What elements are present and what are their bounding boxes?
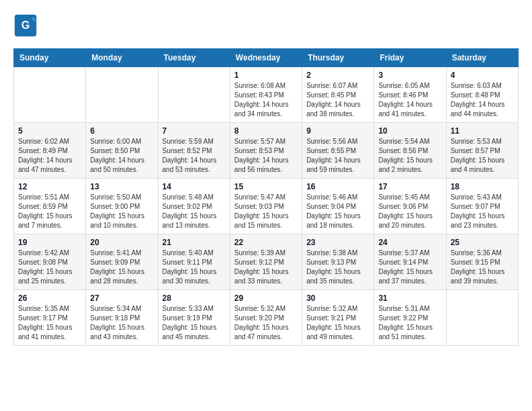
day-number: 17 bbox=[378, 182, 441, 191]
calendar-cell: 14Sunrise: 5:48 AM Sunset: 9:02 PM Dayli… bbox=[158, 179, 230, 234]
weekday-header-monday: Monday bbox=[86, 49, 158, 67]
day-info: Sunrise: 5:36 AM Sunset: 9:15 PM Dayligh… bbox=[451, 248, 514, 286]
day-number: 3 bbox=[378, 71, 441, 80]
calendar-cell: 16Sunrise: 5:46 AM Sunset: 9:04 PM Dayli… bbox=[302, 179, 374, 234]
weekday-header-saturday: Saturday bbox=[446, 49, 518, 67]
calendar-table: SundayMondayTuesdayWednesdayThursdayFrid… bbox=[13, 48, 519, 346]
day-info: Sunrise: 5:32 AM Sunset: 9:21 PM Dayligh… bbox=[306, 304, 369, 342]
weekday-header-thursday: Thursday bbox=[302, 49, 374, 67]
calendar-cell: 28Sunrise: 5:33 AM Sunset: 9:19 PM Dayli… bbox=[158, 290, 230, 346]
day-info: Sunrise: 5:34 AM Sunset: 9:18 PM Dayligh… bbox=[90, 304, 153, 342]
day-number: 15 bbox=[234, 182, 298, 191]
svg-text:G: G bbox=[21, 19, 30, 31]
calendar-cell bbox=[86, 67, 158, 123]
day-number: 9 bbox=[306, 126, 369, 136]
calendar-cell: 27Sunrise: 5:34 AM Sunset: 9:18 PM Dayli… bbox=[86, 290, 158, 346]
calendar-cell: 17Sunrise: 5:45 AM Sunset: 9:06 PM Dayli… bbox=[374, 179, 446, 234]
calendar-cell: 24Sunrise: 5:37 AM Sunset: 9:14 PM Dayli… bbox=[374, 234, 446, 290]
calendar-cell: 30Sunrise: 5:32 AM Sunset: 9:21 PM Dayli… bbox=[302, 290, 374, 346]
day-info: Sunrise: 6:07 AM Sunset: 8:45 PM Dayligh… bbox=[306, 81, 369, 119]
day-number: 24 bbox=[378, 238, 441, 247]
calendar-cell: 29Sunrise: 5:32 AM Sunset: 9:20 PM Dayli… bbox=[230, 290, 302, 346]
day-number: 4 bbox=[451, 71, 514, 80]
day-info: Sunrise: 5:56 AM Sunset: 8:55 PM Dayligh… bbox=[306, 137, 369, 175]
day-number: 2 bbox=[306, 71, 369, 80]
day-info: Sunrise: 5:53 AM Sunset: 8:57 PM Dayligh… bbox=[451, 137, 514, 175]
calendar-cell: 2Sunrise: 6:07 AM Sunset: 8:45 PM Daylig… bbox=[302, 67, 374, 123]
day-info: Sunrise: 5:37 AM Sunset: 9:14 PM Dayligh… bbox=[378, 248, 441, 286]
weekday-header-friday: Friday bbox=[374, 49, 446, 67]
calendar-cell: 15Sunrise: 5:47 AM Sunset: 9:03 PM Dayli… bbox=[230, 179, 302, 234]
day-number: 26 bbox=[18, 293, 81, 303]
calendar-cell: 11Sunrise: 5:53 AM Sunset: 8:57 PM Dayli… bbox=[446, 123, 518, 179]
day-number: 21 bbox=[163, 238, 226, 247]
logo-icon: G bbox=[13, 13, 38, 38]
calendar-cell: 31Sunrise: 5:31 AM Sunset: 9:22 PM Dayli… bbox=[374, 290, 446, 346]
calendar-cell: 20Sunrise: 5:41 AM Sunset: 9:09 PM Dayli… bbox=[86, 234, 158, 290]
calendar-cell: 21Sunrise: 5:40 AM Sunset: 9:11 PM Dayli… bbox=[158, 234, 230, 290]
calendar-cell: 25Sunrise: 5:36 AM Sunset: 9:15 PM Dayli… bbox=[446, 234, 518, 290]
calendar-cell: 8Sunrise: 5:57 AM Sunset: 8:53 PM Daylig… bbox=[230, 123, 302, 179]
calendar-week-2: 5Sunrise: 6:02 AM Sunset: 8:49 PM Daylig… bbox=[14, 123, 519, 179]
day-info: Sunrise: 6:02 AM Sunset: 8:49 PM Dayligh… bbox=[18, 137, 81, 175]
day-number: 7 bbox=[163, 126, 226, 136]
day-number: 8 bbox=[234, 126, 298, 136]
day-number: 20 bbox=[90, 238, 153, 247]
day-number: 19 bbox=[18, 238, 81, 247]
day-info: Sunrise: 5:59 AM Sunset: 8:52 PM Dayligh… bbox=[163, 137, 226, 175]
calendar-cell: 22Sunrise: 5:39 AM Sunset: 9:12 PM Dayli… bbox=[230, 234, 302, 290]
calendar-cell: 18Sunrise: 5:43 AM Sunset: 9:07 PM Dayli… bbox=[446, 179, 518, 234]
day-number: 12 bbox=[18, 182, 81, 191]
calendar-cell: 5Sunrise: 6:02 AM Sunset: 8:49 PM Daylig… bbox=[14, 123, 86, 179]
day-number: 5 bbox=[18, 126, 81, 136]
day-info: Sunrise: 5:43 AM Sunset: 9:07 PM Dayligh… bbox=[451, 193, 514, 230]
day-info: Sunrise: 6:00 AM Sunset: 8:50 PM Dayligh… bbox=[90, 137, 153, 175]
day-number: 27 bbox=[90, 293, 153, 303]
calendar-cell: 4Sunrise: 6:03 AM Sunset: 8:48 PM Daylig… bbox=[446, 67, 518, 123]
calendar-week-3: 12Sunrise: 5:51 AM Sunset: 8:59 PM Dayli… bbox=[14, 179, 519, 234]
day-info: Sunrise: 5:31 AM Sunset: 9:22 PM Dayligh… bbox=[378, 304, 441, 342]
day-number: 6 bbox=[90, 126, 153, 136]
day-number: 28 bbox=[163, 293, 226, 303]
day-info: Sunrise: 5:38 AM Sunset: 9:13 PM Dayligh… bbox=[306, 248, 369, 286]
day-info: Sunrise: 5:41 AM Sunset: 9:09 PM Dayligh… bbox=[90, 248, 153, 286]
calendar-week-5: 26Sunrise: 5:35 AM Sunset: 9:17 PM Dayli… bbox=[14, 290, 519, 346]
day-info: Sunrise: 6:08 AM Sunset: 8:43 PM Dayligh… bbox=[234, 81, 298, 119]
calendar-cell: 1Sunrise: 6:08 AM Sunset: 8:43 PM Daylig… bbox=[230, 67, 302, 123]
day-number: 25 bbox=[451, 238, 514, 247]
day-info: Sunrise: 5:39 AM Sunset: 9:12 PM Dayligh… bbox=[234, 248, 298, 286]
calendar-cell: 10Sunrise: 5:54 AM Sunset: 8:56 PM Dayli… bbox=[374, 123, 446, 179]
day-info: Sunrise: 6:03 AM Sunset: 8:48 PM Dayligh… bbox=[451, 81, 514, 119]
calendar-cell: 7Sunrise: 5:59 AM Sunset: 8:52 PM Daylig… bbox=[158, 123, 230, 179]
day-info: Sunrise: 5:47 AM Sunset: 9:03 PM Dayligh… bbox=[234, 193, 298, 230]
day-info: Sunrise: 5:46 AM Sunset: 9:04 PM Dayligh… bbox=[306, 193, 369, 230]
calendar-cell bbox=[14, 67, 86, 123]
page-header: G bbox=[13, 13, 519, 38]
day-info: Sunrise: 5:35 AM Sunset: 9:17 PM Dayligh… bbox=[18, 304, 81, 342]
calendar-cell: 12Sunrise: 5:51 AM Sunset: 8:59 PM Dayli… bbox=[14, 179, 86, 234]
day-number: 16 bbox=[306, 182, 369, 191]
calendar-cell: 9Sunrise: 5:56 AM Sunset: 8:55 PM Daylig… bbox=[302, 123, 374, 179]
calendar-cell bbox=[158, 67, 230, 123]
weekday-header-tuesday: Tuesday bbox=[158, 49, 230, 67]
day-number: 14 bbox=[163, 182, 226, 191]
calendar-cell: 26Sunrise: 5:35 AM Sunset: 9:17 PM Dayli… bbox=[14, 290, 86, 346]
calendar-cell bbox=[446, 290, 518, 346]
day-info: Sunrise: 5:42 AM Sunset: 9:08 PM Dayligh… bbox=[18, 248, 81, 286]
calendar-cell: 19Sunrise: 5:42 AM Sunset: 9:08 PM Dayli… bbox=[14, 234, 86, 290]
day-info: Sunrise: 5:57 AM Sunset: 8:53 PM Dayligh… bbox=[234, 137, 298, 175]
calendar-week-4: 19Sunrise: 5:42 AM Sunset: 9:08 PM Dayli… bbox=[14, 234, 519, 290]
day-number: 23 bbox=[306, 238, 369, 247]
calendar-cell: 13Sunrise: 5:50 AM Sunset: 9:00 PM Dayli… bbox=[86, 179, 158, 234]
day-info: Sunrise: 5:54 AM Sunset: 8:56 PM Dayligh… bbox=[378, 137, 441, 175]
day-number: 30 bbox=[306, 293, 369, 303]
calendar-cell: 23Sunrise: 5:38 AM Sunset: 9:13 PM Dayli… bbox=[302, 234, 374, 290]
day-info: Sunrise: 5:50 AM Sunset: 9:00 PM Dayligh… bbox=[90, 193, 153, 230]
day-number: 13 bbox=[90, 182, 153, 191]
day-number: 18 bbox=[451, 182, 514, 191]
day-number: 1 bbox=[234, 71, 298, 80]
day-number: 31 bbox=[378, 293, 441, 303]
logo: G bbox=[13, 13, 40, 38]
calendar-week-1: 1Sunrise: 6:08 AM Sunset: 8:43 PM Daylig… bbox=[14, 67, 519, 123]
day-info: Sunrise: 5:48 AM Sunset: 9:02 PM Dayligh… bbox=[163, 193, 226, 230]
